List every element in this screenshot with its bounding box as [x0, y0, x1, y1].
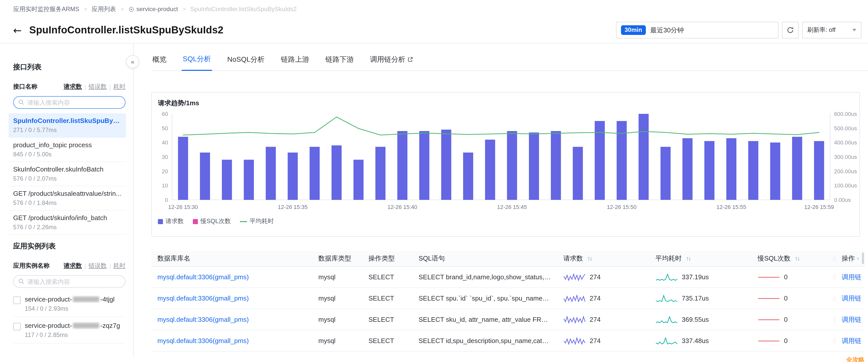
svg-text:30: 30 [162, 154, 168, 160]
trace-link[interactable]: 调用链 [842, 294, 861, 303]
tab-trace-analysis[interactable]: 调用链分析 [369, 52, 414, 70]
chevron-down-icon [852, 29, 856, 31]
slow-sql-cell: 0 [752, 337, 836, 345]
tab-nosql-analysis[interactable]: NoSQL分析 [226, 52, 266, 70]
main-content: 概览 SQL分析 NoSQL分析 链路上游 链路下游 调用链分析 请求趋势/1m… [134, 43, 868, 357]
svg-text:12-26 15:35: 12-26 15:35 [278, 204, 307, 210]
legend-label: 慢SQL次数 [200, 217, 231, 226]
interface-search-input[interactable] [13, 96, 126, 109]
request-count-cell: 274 [557, 316, 649, 324]
time-range-label: 最近30分钟 [650, 26, 684, 35]
interface-list-title: 接口列表 [13, 63, 133, 72]
refresh-button[interactable] [782, 22, 799, 38]
request-count-value: 274 [590, 337, 600, 344]
instance-stats: 154 / 0 / 2.93ms [25, 305, 115, 312]
request-count-sparkline [563, 337, 586, 345]
breadcrumb-separator: > [84, 6, 87, 12]
avg-rt-cell: 337.48us [649, 337, 752, 345]
interface-list-item[interactable]: product_info_topic process 845 / 0 / 5.0… [9, 138, 126, 162]
table-scrollbar-thumb[interactable] [862, 253, 864, 264]
legend-swatch [240, 221, 247, 222]
slow-sql-sparkline [758, 273, 780, 281]
table-row: mysql.default:3306(gmall_pms) mysql SELE… [151, 267, 865, 288]
masked-text [73, 296, 99, 302]
breadcrumb-arms[interactable]: 应用实时监控服务ARMS [13, 5, 79, 13]
svg-text:0: 0 [165, 197, 168, 203]
svg-text:50: 50 [162, 125, 168, 132]
interface-list-item[interactable]: SpuInfoController.listSkuSpuBySkul... 27… [9, 113, 126, 138]
slow-sql-cell: 0 [752, 316, 836, 324]
sort-icon[interactable] [587, 256, 593, 261]
sort-icon[interactable] [795, 256, 800, 261]
tab-upstream[interactable]: 链路上游 [280, 52, 310, 70]
avg-rt-value: 369.55us [682, 316, 709, 323]
request-count-sparkline [563, 273, 586, 281]
interface-sort-row: 接口名称 请求数 | 错误数 | 耗时 [13, 83, 126, 91]
breadcrumb-app-list[interactable]: 应用列表 [92, 5, 116, 13]
column-label: 操作 [842, 254, 855, 263]
tab-sql-analysis[interactable]: SQL分析 [182, 52, 212, 71]
trace-link[interactable]: 调用链 [842, 336, 861, 345]
request-count-sparkline [563, 294, 586, 302]
instance-sort-row: 应用实例名称 请求数 | 错误数 | 耗时 [13, 262, 126, 270]
sort-icon[interactable] [686, 256, 691, 261]
legend-item[interactable]: 慢SQL次数 [193, 217, 231, 226]
trace-link[interactable]: 调用链 [842, 272, 861, 282]
legend-swatch [193, 219, 198, 224]
sort-by-duration[interactable]: 耗时 [113, 262, 126, 270]
request-trend-chart[interactable]: 01020304050600.00us100.00us200.00us300.0… [152, 110, 860, 213]
slow-sql-value: 0 [784, 294, 787, 302]
request-trend-chart-card: 请求趋势/1ms 01020304050600.00us100.00us200.… [151, 92, 860, 237]
sidebar-collapse-button[interactable]: « [126, 55, 139, 68]
breadcrumb-service-product[interactable]: service-product [128, 6, 178, 13]
request-count-cell: 274 [557, 337, 649, 345]
tab-overview[interactable]: 概览 [151, 52, 167, 70]
column-header-slow-sql[interactable]: 慢SQL次数 [752, 254, 836, 263]
legend-item[interactable]: 请求数 [158, 217, 184, 226]
separator: | [85, 83, 86, 90]
chart-legend[interactable]: 请求数慢SQL次数平均耗时 [158, 217, 859, 226]
db-name-link[interactable]: mysql.default:3306(gmall_pms) [157, 273, 249, 281]
trace-link[interactable]: 调用链 [842, 315, 861, 324]
sort-by-error-count[interactable]: 错误数 [89, 83, 107, 91]
svg-text:12-26 15:40: 12-26 15:40 [388, 204, 417, 210]
db-type-cell: mysql [312, 316, 362, 323]
interface-list-item[interactable]: GET /product/skusaleattrvalue/strin... 5… [9, 186, 126, 210]
svg-text:12-26 15:30: 12-26 15:30 [168, 204, 198, 210]
interface-list-item[interactable]: GET /product/skuinfo/info_batch 576 / 0 … [9, 210, 126, 235]
instance-stats: 117 / 0 / 2.85ms [25, 331, 120, 338]
instance-list-item[interactable]: service-product--4tjgl 154 / 0 / 2.93ms [13, 291, 126, 317]
table-header-row: 数据库库名 数据库类型 操作类型 SQL语句 请求数 平均耗时 慢SQL次数 [151, 251, 865, 267]
sort-by-request-count[interactable]: 请求数 [64, 262, 82, 270]
refresh-rate-label: 刷新率: off [807, 26, 836, 34]
promo-link[interactable]: 全攻略 [846, 356, 864, 362]
instance-name-label: 应用实例名称 [13, 262, 50, 270]
back-arrow-icon[interactable]: ← [13, 25, 22, 35]
svg-text:300.00us: 300.00us [834, 154, 857, 160]
db-name-link[interactable]: mysql.default:3306(gmall_pms) [157, 294, 249, 302]
time-range-picker[interactable]: 30min 最近30分钟 [616, 22, 778, 38]
interface-list-item[interactable]: SkuInfoController.skuInfoBatch 576 / 0 /… [9, 162, 126, 186]
avg-rt-cell: 337.19us [649, 273, 752, 281]
search-icon [18, 99, 24, 105]
legend-item[interactable]: 平均耗时 [240, 217, 274, 226]
db-name-link[interactable]: mysql.default:3306(gmall_pms) [157, 337, 249, 344]
instance-list-item[interactable]: service-product--zqz7g 117 / 0 / 2.85ms [13, 317, 126, 343]
instance-checkbox[interactable] [13, 323, 21, 330]
filter-icon[interactable] [857, 256, 859, 261]
sort-by-duration[interactable]: 耗时 [113, 83, 126, 91]
slow-sql-value: 0 [784, 337, 787, 344]
column-header-request-count[interactable]: 请求数 [557, 254, 649, 263]
request-count-cell: 274 [557, 294, 649, 302]
refresh-rate-select[interactable]: 刷新率: off [802, 22, 861, 38]
instance-search-input[interactable] [13, 275, 126, 288]
sort-by-error-count[interactable]: 错误数 [89, 262, 107, 270]
svg-text:40: 40 [162, 139, 168, 146]
svg-text:20: 20 [162, 168, 168, 174]
db-name-link[interactable]: mysql.default:3306(gmall_pms) [157, 316, 249, 323]
tab-downstream[interactable]: 链路下游 [324, 52, 355, 70]
column-header-avg-rt[interactable]: 平均耗时 [649, 254, 752, 263]
instance-checkbox[interactable] [13, 296, 21, 304]
column-header-actions[interactable]: 操作 [836, 254, 865, 263]
sort-by-request-count[interactable]: 请求数 [64, 83, 82, 91]
